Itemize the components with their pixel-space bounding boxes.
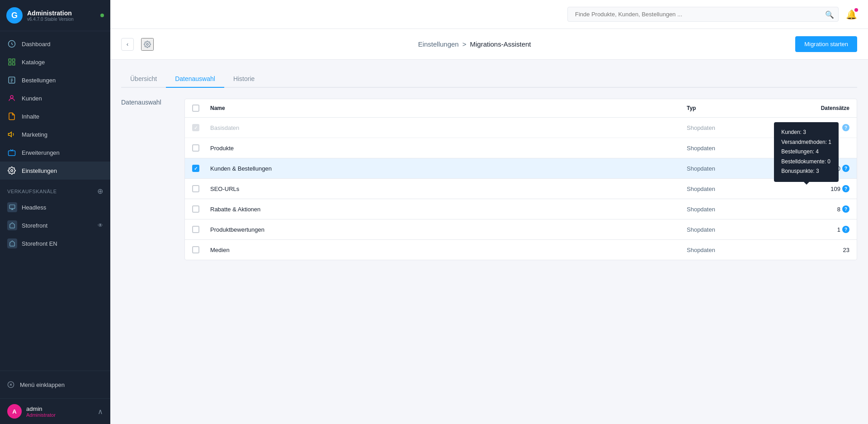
checkbox-kunden[interactable] — [192, 165, 199, 172]
checkbox-seo[interactable] — [192, 185, 199, 192]
tooltip-line-2: Versandmethoden: 1 — [781, 138, 831, 148]
svg-marker-7 — [9, 132, 12, 137]
collapse-menu-button[interactable]: Menü einklappen — [0, 376, 110, 393]
table-row-basisdaten: Basisdaten Shopdaten ? — [185, 118, 857, 138]
user-role: Administrator — [26, 412, 56, 418]
tab-uebersicht[interactable]: Übersicht — [121, 71, 166, 88]
breadcrumb-separator: > — [462, 40, 467, 48]
svg-rect-4 — [13, 63, 15, 65]
checkbox-bewertungen[interactable] — [192, 226, 199, 233]
migration-start-button[interactable]: Migration starten — [795, 36, 857, 52]
bestellungen-icon — [7, 76, 16, 85]
row-cb-kunden[interactable] — [192, 165, 210, 172]
count-bewertungen: 1 — [837, 226, 840, 233]
svg-point-6 — [10, 95, 13, 98]
user-menu-chevron-icon[interactable]: ∧ — [98, 407, 103, 416]
notification-bell-button[interactable]: 🔔 — [846, 9, 857, 20]
app-version: v6.4.7.0 Stable Version — [27, 17, 74, 22]
svg-rect-8 — [9, 151, 15, 156]
sidebar-item-dashboard[interactable]: Dashboard — [0, 35, 110, 53]
app-info: Administration v6.4.7.0 Stable Version — [27, 10, 74, 22]
cell-type-rabatte: Shopdaten — [687, 206, 777, 213]
search-container: 🔍 — [567, 7, 839, 22]
search-input[interactable] — [567, 7, 839, 22]
row-cb-rabatte[interactable] — [192, 205, 210, 213]
inhalte-icon — [7, 112, 16, 121]
sales-channels-section: Verkaufskanäle ⊕ — [0, 180, 110, 198]
cell-name-produkte: Produkte — [210, 145, 687, 152]
main-content: 🔍 🔔 ‹ Einstellungen > Migrations-Assiste… — [110, 0, 868, 424]
cell-name-basisdaten: Basisdaten — [210, 124, 687, 131]
svg-point-9 — [11, 170, 13, 172]
storefront-en-icon — [7, 238, 17, 248]
svg-rect-2 — [13, 59, 15, 61]
row-cb-seo[interactable] — [192, 185, 210, 192]
row-cb-produkte[interactable] — [192, 144, 210, 152]
storefront-en-label: Storefront EN — [22, 240, 57, 247]
tooltip-line-4: Bestelldokumente: 0 — [781, 157, 831, 167]
data-table: Name Typ Datensätze Basisdaten Shopdaten… — [184, 99, 857, 260]
select-all-checkbox[interactable] — [192, 105, 199, 112]
cell-type-medien: Shopdaten — [687, 247, 777, 253]
page-header: ‹ Einstellungen > Migrations-Assistent M… — [110, 29, 868, 60]
storefront-eye-icon[interactable]: 👁 — [98, 222, 103, 229]
sidebar-item-bestellungen[interactable]: Bestellungen — [0, 71, 110, 89]
svg-rect-1 — [9, 59, 11, 61]
cell-type-kunden: Shopdaten — [687, 165, 777, 172]
tab-historie[interactable]: Historie — [224, 71, 264, 88]
row-cb-bewertungen[interactable] — [192, 226, 210, 233]
svg-rect-10 — [9, 205, 15, 209]
sidebar-item-einstellungen[interactable]: Einstellungen — [0, 162, 110, 180]
table-row-seo: SEO-URLs Shopdaten 109 ? — [185, 179, 857, 199]
info-button-rabatte[interactable]: ? — [842, 205, 849, 213]
cell-count-seo: 109 ? — [777, 185, 849, 192]
sidebar-item-storefront-en[interactable]: Storefront EN — [0, 234, 110, 252]
back-button[interactable]: ‹ — [121, 38, 134, 51]
storefront-icon — [7, 220, 17, 230]
sidebar-item-kataloge[interactable]: Kataloge — [0, 53, 110, 71]
content-area: Übersicht Datenauswahl Historie Datenaus… — [110, 60, 868, 424]
sidebar-item-inhalte[interactable]: Inhalte — [0, 107, 110, 125]
add-sales-channel-button[interactable]: ⊕ — [97, 187, 104, 195]
sidebar: G Administration v6.4.7.0 Stable Version… — [0, 0, 110, 424]
data-selection-title: Datenauswahl — [121, 99, 166, 106]
count-seo: 109 — [830, 186, 840, 192]
svg-point-14 — [146, 43, 148, 45]
info-button-seo[interactable]: ? — [842, 185, 849, 192]
marketing-icon — [7, 130, 16, 139]
sidebar-item-headless[interactable]: Headless — [0, 198, 110, 216]
settings-gear-button[interactable] — [141, 38, 154, 51]
sidebar-item-kunden[interactable]: Kunden — [0, 89, 110, 107]
table-row-medien: Medien Shopdaten 23 — [185, 240, 857, 260]
tab-datenauswahl[interactable]: Datenauswahl — [166, 71, 224, 88]
row-cb-medien[interactable] — [192, 246, 210, 253]
online-indicator — [100, 14, 104, 17]
sidebar-item-erweiterungen[interactable]: Erweiterungen — [0, 143, 110, 162]
einstellungen-icon — [7, 166, 16, 175]
avatar: A — [7, 404, 22, 419]
sidebar-item-storefront[interactable]: Storefront 👁 — [0, 216, 110, 234]
cell-name-bewertungen: Produktbewertungen — [210, 226, 687, 233]
table-header: Name Typ Datensätze — [185, 99, 857, 118]
sales-channels-label: Verkaufskanäle — [7, 189, 57, 194]
sidebar-item-label-marketing: Marketing — [22, 131, 47, 138]
info-button-basisdaten[interactable]: ? — [842, 124, 849, 131]
app-name: Administration — [27, 10, 74, 17]
cell-count-medien: 23 — [777, 247, 849, 253]
user-name: admin — [26, 405, 56, 412]
info-button-bewertungen[interactable]: ? — [842, 226, 849, 233]
sidebar-item-marketing[interactable]: Marketing — [0, 125, 110, 143]
th-type: Typ — [687, 105, 777, 111]
info-button-kunden[interactable]: ? — [842, 165, 849, 172]
notification-dot — [854, 8, 858, 12]
checkbox-rabatte[interactable] — [192, 205, 199, 213]
count-rabatte: 8 — [837, 206, 840, 213]
table-row-rabatte: Rabatte & Aktionen Shopdaten 8 ? — [185, 199, 857, 219]
row-cb-basisdaten[interactable] — [192, 124, 210, 131]
checkbox-medien[interactable] — [192, 246, 199, 253]
cell-count-bewertungen: 1 ? — [777, 226, 849, 233]
checkbox-produkte[interactable] — [192, 144, 199, 152]
kataloge-icon — [7, 57, 16, 67]
table-row-produktbewertungen: Produktbewertungen Shopdaten 1 ? — [185, 219, 857, 240]
breadcrumb-current: Migrations-Assistent — [470, 40, 531, 48]
